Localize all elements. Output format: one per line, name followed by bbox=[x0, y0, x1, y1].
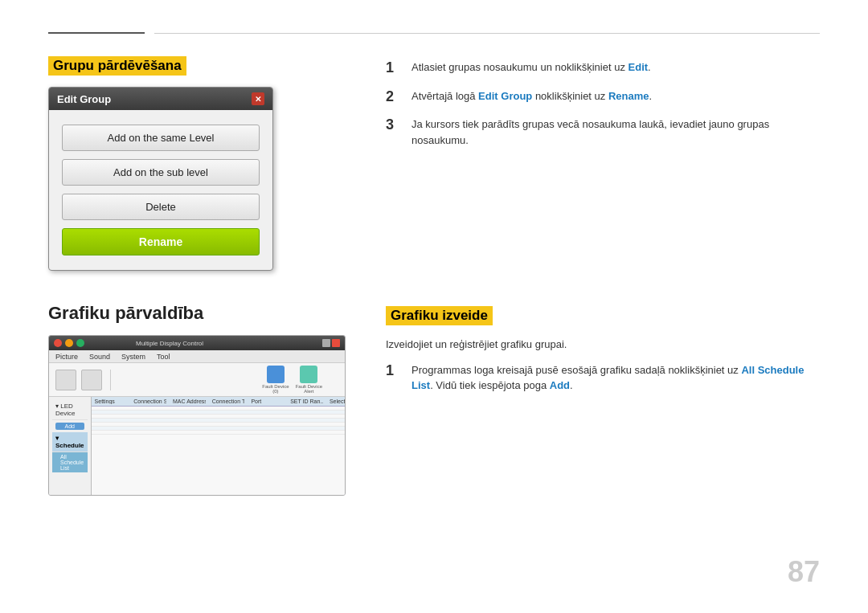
add-sub-level-button[interactable]: Add on the sub level bbox=[62, 159, 260, 186]
col-set-id: SET ID Ran... bbox=[290, 398, 323, 404]
section2-layout: Grafiku pārvaldība Multiple Display Cont… bbox=[48, 303, 820, 496]
step-2-num: 2 bbox=[386, 88, 402, 106]
section1-steps: 1 Atlasiet grupas nosaukumu un noklikšķi… bbox=[386, 59, 820, 148]
toolbar-sep bbox=[110, 370, 111, 390]
fault-device-2: Fault Device Alert bbox=[296, 366, 322, 394]
section1-left: Grupu pārdēvēšana Edit Group ✕ Add on th… bbox=[48, 56, 354, 271]
col-source: Selected Source bbox=[330, 398, 346, 404]
dialog-title: Edit Group bbox=[57, 93, 111, 105]
step-1-num: 1 bbox=[386, 59, 402, 77]
col-conn-type: Connection Type bbox=[212, 398, 245, 404]
section2-step-1-text: Programmas loga kreisajā pusē esošajā gr… bbox=[411, 362, 820, 394]
section2-left: Grafiku pārvaldība Multiple Display Cont… bbox=[48, 303, 354, 496]
step-3-num: 3 bbox=[386, 116, 402, 134]
mock-right-panel: Settings Connection Status MAC Address C… bbox=[92, 397, 346, 495]
schedule-screenshot: Multiple Display Control Picture Sound S… bbox=[48, 335, 346, 496]
step-1-link: Edit bbox=[628, 61, 649, 73]
section1-title: Grupu pārdēvēšana bbox=[48, 56, 186, 76]
menu-picture: Picture bbox=[55, 353, 78, 361]
section1-layout: Grupu pārdēvēšana Edit Group ✕ Add on th… bbox=[48, 56, 820, 271]
dialog-close-button[interactable]: ✕ bbox=[252, 92, 264, 105]
toolbar-icon-2 bbox=[81, 370, 102, 390]
fault-icons: Fault Device (0) Fault Device Alert bbox=[262, 366, 322, 394]
mock-titlebar: Multiple Display Control bbox=[49, 336, 345, 350]
page-number: 87 bbox=[788, 555, 820, 589]
fault-count-2: Alert bbox=[304, 389, 313, 394]
section2-step-1: 1 Programmas loga kreisajā pusē esošajā … bbox=[386, 362, 820, 394]
top-rule bbox=[48, 32, 820, 34]
rule-long bbox=[154, 33, 820, 34]
rule-short bbox=[48, 32, 145, 34]
rename-button[interactable]: Rename bbox=[62, 228, 260, 255]
dialog-body: Add on the same Level Add on the sub lev… bbox=[49, 110, 272, 270]
mock-toolbar: Fault Device (0) Fault Device Alert bbox=[49, 363, 345, 397]
dialog-titlebar: Edit Group ✕ bbox=[49, 88, 272, 110]
step-3: 3 Ja kursors tiek parādīts grupas vecā n… bbox=[386, 116, 820, 148]
section2-right-title: Grafiku izveide bbox=[386, 306, 493, 325]
mock-left-panel: ▾ LED Device Add ▾ Schedule All Schedule… bbox=[49, 397, 92, 495]
panel-all-schedule: All Schedule List bbox=[52, 452, 88, 472]
panel-schedule: ▾ Schedule bbox=[52, 432, 88, 452]
step-2-link2: Rename bbox=[608, 90, 649, 102]
step-1: 1 Atlasiet grupas nosaukumu un noklikšķi… bbox=[386, 59, 820, 77]
menu-tool: Tool bbox=[157, 353, 170, 361]
fault-icon-1 bbox=[267, 366, 285, 383]
col-settings: Settings bbox=[95, 398, 128, 404]
fault-icon-2 bbox=[300, 366, 317, 383]
delete-button[interactable]: Delete bbox=[62, 194, 260, 220]
step-1-text: Atlasiet grupas nosaukumu un noklikšķini… bbox=[411, 59, 651, 76]
section2-left-title: Grafiku pārvaldība bbox=[48, 303, 354, 324]
add-link: Add bbox=[550, 379, 570, 391]
fault-count-1: (0) bbox=[272, 389, 278, 394]
all-schedule-link: All Schedule List bbox=[411, 364, 804, 392]
step-2-link1: Edit Group bbox=[478, 90, 532, 102]
mock-main: ▾ LED Device Add ▾ Schedule All Schedule… bbox=[49, 397, 345, 495]
table-row bbox=[92, 431, 346, 435]
mock-close-btn bbox=[54, 339, 62, 347]
col-port: Port bbox=[251, 398, 284, 404]
mock-win-controls bbox=[322, 339, 340, 347]
mock-win-btn bbox=[322, 339, 330, 347]
mock-max-btn bbox=[76, 339, 84, 347]
col-conn-status: Connection Status bbox=[133, 398, 166, 404]
mock-window-title: Multiple Display Control bbox=[136, 340, 203, 347]
section2-intro: Izveidojiet un reģistrējiet grafiku grup… bbox=[386, 337, 820, 353]
step-2-text: Atvērtajā logā Edit Group noklikšķiniet … bbox=[411, 88, 652, 104]
mock-menubar: Picture Sound System Tool bbox=[49, 350, 345, 363]
section2-steps: 1 Programmas loga kreisajā pusē esošajā … bbox=[386, 362, 820, 394]
mock-table-header: Settings Connection Status MAC Address C… bbox=[92, 397, 346, 407]
menu-sound: Sound bbox=[89, 353, 110, 361]
panel-add-btn: Add bbox=[55, 423, 84, 430]
page-container: Grupu pārdēvēšana Edit Group ✕ Add on th… bbox=[0, 0, 868, 613]
section2-step-1-num: 1 bbox=[386, 362, 402, 380]
add-same-level-button[interactable]: Add on the same Level bbox=[62, 125, 260, 151]
step-3-text: Ja kursors tiek parādīts grupas vecā nos… bbox=[411, 116, 820, 148]
fault-area: Fault Device (0) Fault Device Alert bbox=[262, 366, 322, 394]
panel-led-device: ▾ LED Device bbox=[52, 400, 88, 420]
step-2: 2 Atvērtajā logā Edit Group noklikšķinie… bbox=[386, 88, 820, 106]
menu-system: System bbox=[121, 353, 145, 361]
section1-right: 1 Atlasiet grupas nosaukumu un noklikšķi… bbox=[386, 56, 820, 271]
edit-group-dialog: Edit Group ✕ Add on the same Level Add o… bbox=[48, 87, 273, 271]
mock-min-btn bbox=[65, 339, 73, 347]
fault-device-1: Fault Device (0) bbox=[262, 366, 289, 394]
section2-right: Grafiku izveide Izveidojiet un reģistrēj… bbox=[386, 303, 820, 496]
toolbar-icon-1 bbox=[55, 370, 76, 390]
section2-right-content: Grafiku izveide Izveidojiet un reģistrēj… bbox=[386, 303, 820, 394]
col-mac: MAC Address bbox=[173, 398, 206, 404]
mock-win-close bbox=[332, 339, 340, 347]
mock-table-rows bbox=[92, 407, 346, 435]
